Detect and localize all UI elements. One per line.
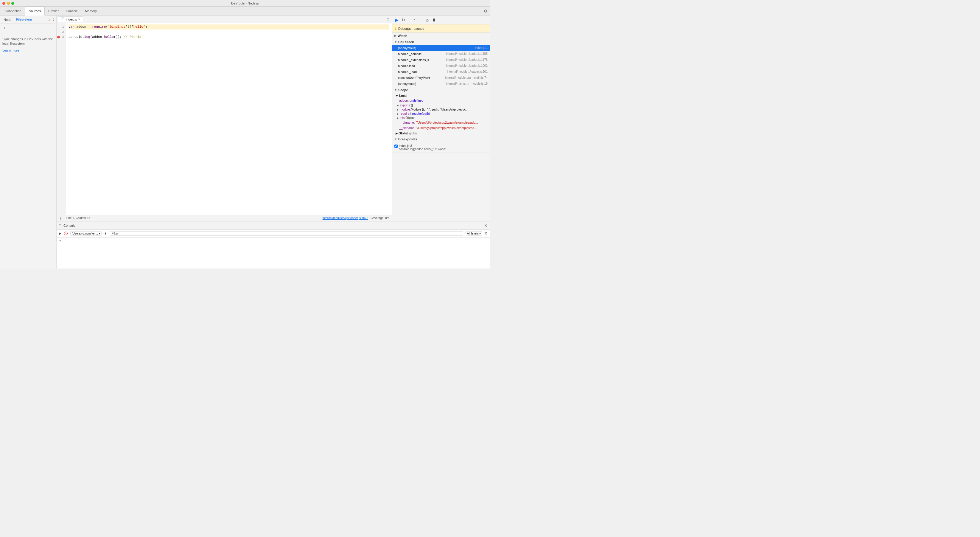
sync-message: Sync changes in DevTools with the local … bbox=[2, 37, 54, 46]
coverage-text: Coverage: n/a bbox=[371, 216, 389, 220]
console-drag-handle: ⠿ bbox=[59, 224, 61, 227]
callstack-arrow-icon: ▼ bbox=[395, 40, 397, 43]
code-content: var addon = require('bindings')('hello')… bbox=[66, 23, 392, 215]
code-line-2 bbox=[68, 30, 389, 35]
console-node-dropdown[interactable]: /Users/yj/.nvm/ver... ▾ bbox=[70, 231, 102, 236]
tab-close-icon[interactable]: ✕ bbox=[78, 18, 80, 21]
status-format-icon: {} bbox=[59, 216, 64, 220]
editor-right-split: 📄 index.js ✕ ⊞ 1 bbox=[57, 16, 490, 221]
watch-section: ▶ Watch bbox=[392, 33, 490, 39]
console-execute-icon[interactable]: ▶ bbox=[59, 231, 61, 236]
scope-content: ▼Local addon: undefined ▶ exports: {} ▶ bbox=[392, 93, 490, 136]
add-icon: + bbox=[3, 26, 5, 30]
chevron-down-icon-2: ▾ bbox=[479, 232, 481, 235]
tab-memory[interactable]: Memory bbox=[81, 6, 100, 16]
breakpoints-list: index.js:3 console.log(addon.hello()); /… bbox=[392, 142, 490, 153]
window-title: DevTools - Node.js bbox=[231, 2, 259, 5]
cursor-position: Line 1, Column 13 bbox=[66, 216, 90, 220]
maximize-button[interactable] bbox=[11, 2, 14, 5]
sidebar-menu-icon[interactable]: ⋮ bbox=[52, 18, 55, 21]
scope-label: Scope bbox=[398, 88, 408, 92]
call-stack-item-2[interactable]: Module._extensions.js internal/module...… bbox=[392, 57, 490, 63]
console-content[interactable]: > bbox=[57, 237, 490, 269]
scope-require[interactable]: ▶ require: f require(path) bbox=[392, 112, 490, 116]
breakpoint-indicator bbox=[57, 36, 60, 38]
main-tab-bar: Connection Sources Profiler Console Memo… bbox=[0, 6, 490, 16]
breakpoints-section: ▼ Breakpoints index.js:3 console.log(add… bbox=[392, 136, 490, 153]
watch-section-header[interactable]: ▶ Watch bbox=[392, 33, 490, 39]
settings-icon[interactable]: ⚙ bbox=[484, 9, 488, 13]
breakpoint-item-0: index.js:3 console.log(addon.hello()); /… bbox=[395, 143, 488, 151]
editor-format-icon[interactable]: ⊞ bbox=[385, 17, 390, 22]
scope-arrow-icon: ▼ bbox=[395, 89, 397, 91]
tab-console[interactable]: Console bbox=[62, 6, 81, 16]
line-num-3: 3 bbox=[57, 35, 66, 40]
call-stack-section: ▼ Call Stack (anonymous) index.js:1 Modu… bbox=[392, 39, 490, 87]
console-clear-icon[interactable]: 🚫 bbox=[64, 231, 68, 236]
code-line-3: console.log(addon.hello()); // 'world' bbox=[68, 35, 389, 40]
tab-profiler[interactable]: Profiler bbox=[45, 6, 62, 16]
scope-exports[interactable]: ▶ exports: {} bbox=[392, 103, 490, 107]
left-sidebar: Node Filesystem » ⋮ + Sync changes in De… bbox=[0, 16, 57, 269]
step-over-btn[interactable]: ↻ bbox=[401, 17, 406, 23]
console-close-icon[interactable]: ✕ bbox=[484, 223, 488, 228]
console-toolbar: ▶ 🚫 /Users/yj/.nvm/ver... ▾ 👁 All levels… bbox=[57, 230, 490, 237]
breakpoint-info: index.js:3 console.log(addon.hello()); /… bbox=[399, 144, 488, 151]
pause-exceptions-btn[interactable]: ⏸ bbox=[431, 17, 437, 23]
scope-local-group[interactable]: ▼Local bbox=[392, 94, 490, 98]
console-filter-input[interactable] bbox=[110, 231, 463, 236]
call-stack-item-5[interactable]: executeUserEntryPoint internal/module...… bbox=[392, 75, 490, 81]
close-button[interactable] bbox=[2, 2, 5, 5]
minimize-button[interactable] bbox=[7, 2, 10, 5]
breakpoints-section-header[interactable]: ▼ Breakpoints bbox=[392, 136, 490, 142]
watch-label: Watch bbox=[398, 34, 407, 38]
scope-global-group[interactable]: ▶Global global bbox=[392, 131, 490, 135]
console-settings-icon[interactable]: ⚙ bbox=[485, 231, 488, 236]
call-stack-section-header[interactable]: ▼ Call Stack bbox=[392, 39, 490, 45]
call-stack-item-6[interactable]: (anonymous) internal/main/r...n_module.j… bbox=[392, 81, 490, 87]
scope-section-header[interactable]: ▼ Scope bbox=[392, 87, 490, 93]
step-into-btn[interactable]: ↓ bbox=[407, 17, 411, 23]
editor-tab-index-js[interactable]: 📄 index.js ✕ bbox=[58, 16, 83, 22]
sidebar-tab-node[interactable]: Node bbox=[1, 17, 14, 22]
breakpoint-file: index.js:3 bbox=[399, 144, 488, 148]
scope-filename: __filename: "/Users/yj/project/cpp2wasm/… bbox=[392, 125, 490, 131]
code-editor[interactable]: 1 2 3 bbox=[57, 23, 392, 215]
callstack-label: Call Stack bbox=[398, 40, 414, 44]
scope-this[interactable]: ▶ this: Object bbox=[392, 116, 490, 120]
call-stack-item-0[interactable]: (anonymous) index.js:1 bbox=[392, 45, 490, 51]
call-stack-list: (anonymous) index.js:1 Module._compile i… bbox=[392, 45, 490, 87]
call-stack-item-3[interactable]: Module.load internal/module...loader.js:… bbox=[392, 63, 490, 69]
loader-link[interactable]: internal/modules/cjs/loader.js:1072 bbox=[323, 216, 368, 220]
call-stack-item-4[interactable]: Module._load internal/module.../loader.j… bbox=[392, 69, 490, 75]
bottom-console: ⠿ Console ✕ ▶ 🚫 /Users/yj/.nvm/ver... ▾ … bbox=[57, 221, 490, 269]
code-line-1: var addon = require('bindings')('hello')… bbox=[68, 24, 389, 30]
console-prompt-arrow: > bbox=[59, 239, 61, 242]
step-out-btn[interactable]: ↑ bbox=[412, 17, 416, 23]
learn-more-link[interactable]: Learn more bbox=[2, 49, 54, 52]
sidebar-more-icon[interactable]: » bbox=[49, 17, 51, 22]
add-folder-button[interactable]: + bbox=[0, 24, 56, 32]
console-levels-label: All levels bbox=[467, 232, 479, 235]
breakpoints-label: Breakpoints bbox=[398, 137, 417, 141]
editor-area: 📄 index.js ✕ ⊞ 1 bbox=[57, 16, 392, 221]
tab-sources[interactable]: Sources bbox=[25, 6, 45, 16]
console-eye-icon[interactable]: 👁 bbox=[104, 232, 107, 236]
breakpoint-checkbox[interactable] bbox=[395, 145, 398, 148]
devtools-container: Connection Sources Profiler Console Memo… bbox=[0, 6, 490, 269]
editor-tab-bar: 📄 index.js ✕ ⊞ bbox=[57, 16, 392, 23]
scope-dirname: __dirname: "/Users/yj/project/cpp2wasm/e… bbox=[392, 120, 490, 125]
console-prompt: > bbox=[59, 239, 488, 242]
sources-layout: Node Filesystem » ⋮ + Sync changes in De… bbox=[0, 16, 490, 269]
debugger-toolbar: ▶ ↻ ↓ ↑ → ⊘ ⏸ bbox=[392, 16, 490, 24]
step-btn[interactable]: → bbox=[417, 17, 423, 23]
call-stack-item-1[interactable]: Module._compile internal/module...loader… bbox=[392, 51, 490, 57]
scope-module[interactable]: ▶ module: Module {id: ".", path: "/Users… bbox=[392, 107, 490, 112]
console-levels-dropdown[interactable]: All levels ▾ bbox=[466, 231, 482, 236]
tab-connection[interactable]: Connection bbox=[1, 6, 25, 16]
watch-arrow-icon: ▶ bbox=[395, 34, 396, 37]
resume-btn[interactable]: ▶ bbox=[395, 17, 399, 23]
deactivate-breakpoints-btn[interactable]: ⊘ bbox=[425, 17, 430, 23]
status-bar-right: internal/modules/cjs/loader.js:1072 Cove… bbox=[323, 216, 389, 220]
sidebar-tab-filesystem[interactable]: Filesystem bbox=[14, 17, 34, 22]
